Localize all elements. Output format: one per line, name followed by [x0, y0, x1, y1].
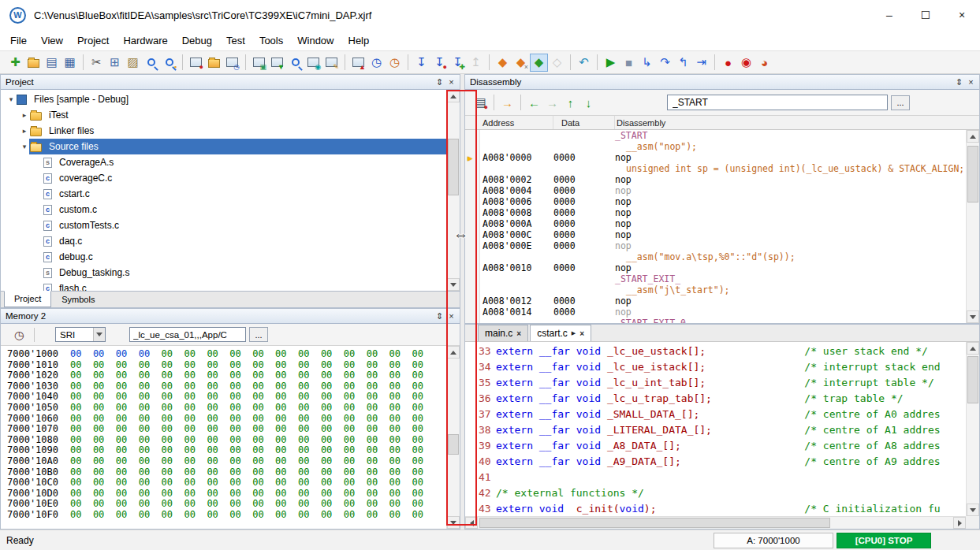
memory-bytes[interactable]: 00 00 00 00 00 00 00 00 00 00 00 00 [162, 348, 423, 359]
stop-icon[interactable]: ■ [620, 54, 638, 72]
disassembly-row[interactable]: A008'00120000nop [465, 295, 966, 307]
menu-project[interactable]: Project [70, 32, 116, 49]
line-number[interactable]: 41 [479, 470, 496, 485]
save-icon[interactable]: ▤ [43, 54, 61, 72]
scroll-thumb[interactable] [967, 356, 978, 403]
paste-icon[interactable]: ▨ [124, 54, 142, 72]
code-line[interactable]: 40extern __far void _A9_DATA_[]; /* cent… [465, 454, 966, 470]
tree-item[interactable]: ▾Source files [1, 139, 446, 154]
code-line[interactable]: 39extern __far void _A8_DATA_[]; /* cent… [465, 438, 966, 454]
copy-icon[interactable]: ⊞ [106, 54, 124, 72]
dropdown-arrow-icon[interactable] [93, 328, 105, 341]
memory-address-input[interactable] [129, 327, 246, 342]
disassembly-scrollbar[interactable] [966, 130, 979, 323]
output-window-icon[interactable]: ● [187, 54, 205, 72]
flash-erase-icon[interactable]: ◆× [512, 54, 530, 72]
tree-item[interactable]: cdaq.c [1, 233, 446, 249]
panel-close-icon[interactable]: × [445, 77, 457, 87]
disassembly-row[interactable]: __asm("nop"); [465, 141, 966, 152]
reset-icon[interactable]: ↶ [575, 54, 593, 72]
line-number[interactable]: 35 [479, 375, 496, 391]
tree-item[interactable]: sDebug_tasking.s [1, 265, 446, 281]
tab-project[interactable]: Project [4, 291, 51, 307]
memory-row[interactable]: 7000'10B000 00 00 00 00 00 00 00 00 00 0… [7, 467, 446, 478]
memory-bytes[interactable]: 00 00 00 00 00 00 00 00 00 00 00 00 00 0… [70, 509, 423, 520]
memory-row[interactable]: 7000'106000 00 00 00 00 00 00 00 00 00 0… [7, 414, 446, 425]
scroll-down-button[interactable] [967, 504, 979, 516]
code-line[interactable]: 38extern __far void _LITERAL_DATA_[]; /*… [465, 422, 966, 438]
breakpoints-window-icon[interactable]: ◉ [737, 54, 755, 72]
sfr-window-icon[interactable]: ✎ [322, 54, 341, 72]
attach-icon[interactable]: ↥ [467, 54, 485, 72]
memory-row[interactable]: 7000'100000 00 00 00 00 00 00 00 00 00 0… [7, 349, 446, 360]
menu-debug[interactable]: Debug [175, 32, 219, 49]
tree-item[interactable]: ccoverageC.c [1, 170, 446, 186]
line-number[interactable]: 40 [479, 454, 496, 470]
memory-row[interactable]: 7000'103000 00 00 00 00 00 00 00 00 00 0… [7, 381, 446, 392]
scroll-down-button[interactable] [447, 278, 460, 291]
save-disassembly-icon[interactable]: ▤● [471, 94, 490, 112]
memory-bytes[interactable]: 00 00 00 00 00 00 00 00 00 00 00 00 00 0… [70, 413, 423, 424]
tree-item[interactable]: ccustomTests.c [1, 217, 446, 233]
memory-bytes[interactable]: 00 00 00 00 00 00 00 00 00 00 00 00 00 0… [70, 498, 423, 509]
panel-float-icon[interactable]: ⇕ [953, 77, 965, 87]
tree-item[interactable]: sCoverageA.s [1, 154, 446, 170]
download-and-debug-icon[interactable]: ↧● [430, 54, 449, 72]
scroll-up-button[interactable] [447, 346, 460, 359]
code-line[interactable]: 33extern __far void _lc_ue_ustack[]; /* … [465, 344, 966, 359]
scroll-up-button[interactable] [967, 130, 979, 143]
tree-item[interactable]: cflash.c [1, 281, 446, 291]
memory-row[interactable]: 7000'104000 00 00 00 00 00 00 00 00 00 0… [7, 392, 446, 403]
code-line[interactable]: 34extern __far void _lc_ue_istack[]; /* … [465, 359, 966, 375]
menu-view[interactable]: View [34, 32, 70, 49]
project-tree-scrollbar[interactable] [446, 90, 460, 291]
flash-verify-icon[interactable]: ◇ [548, 54, 566, 72]
disassembly-address-input[interactable] [667, 95, 888, 110]
tree-item[interactable]: ccstart.c [1, 186, 446, 202]
tree-item[interactable]: ▸Linker files [1, 123, 446, 139]
scroll-up-button[interactable] [967, 342, 979, 355]
memory-row[interactable]: 7000'101000 00 00 00 00 00 00 00 00 00 0… [7, 360, 446, 371]
menu-help[interactable]: Help [341, 32, 377, 49]
line-number[interactable]: 39 [479, 438, 496, 454]
variables-window-icon[interactable]: ▣ [250, 54, 268, 72]
disassembly-browse-button[interactable]: ... [891, 95, 910, 110]
scroll-up-button[interactable] [447, 90, 460, 102]
close-button[interactable]: × [944, 0, 980, 30]
tab-pin-icon[interactable]: ▶ [572, 330, 576, 336]
panel-float-icon[interactable]: ⇕ [434, 311, 445, 321]
disassembly-row[interactable]: __asm("j\t_start"); [465, 284, 966, 295]
menu-tools[interactable]: Tools [252, 32, 290, 49]
code-line[interactable]: 36extern __far void _lc_u_trap_tab[]; /*… [465, 391, 966, 407]
scroll-thumb[interactable] [967, 146, 978, 203]
code-line[interactable]: 37extern __far void _SMALL_DATA_[]; /* c… [465, 407, 966, 422]
toggle-breakpoint-icon[interactable]: ● [719, 54, 737, 72]
memory-row[interactable]: 7000'102000 00 00 00 00 00 00 00 00 00 0… [7, 370, 446, 381]
navigate-back-icon[interactable]: ← [525, 94, 543, 112]
code-area[interactable]: 33extern __far void _lc_ue_ustack[]; /* … [465, 342, 966, 516]
memory-bytes[interactable]: 00 00 00 00 00 00 00 00 00 00 00 00 00 0… [70, 370, 423, 381]
memory-bytes[interactable]: 00 00 00 00 00 00 00 00 00 00 00 00 00 0… [70, 402, 423, 413]
disassembly-row[interactable]: _START [465, 130, 966, 141]
open-workspace-icon[interactable] [24, 54, 43, 72]
memory-bytes[interactable]: 00 00 00 00 00 00 00 00 00 00 00 00 00 0… [70, 444, 423, 455]
line-number[interactable]: 38 [479, 422, 496, 438]
tab-close-icon[interactable]: × [579, 329, 584, 338]
panel-close-icon[interactable]: × [445, 311, 457, 321]
step-over-icon[interactable]: ↷ [656, 54, 674, 72]
disassembly-row[interactable]: A008'00020000nop [465, 174, 966, 185]
disassembly-row[interactable]: _START_EXIT_ [465, 273, 966, 284]
previous-address-icon[interactable]: ↑ [561, 94, 579, 112]
disassembly-row[interactable]: ▶A008'00000000nop [465, 152, 966, 163]
memory-bytes-selected[interactable]: 00 00 00 00 [70, 348, 162, 359]
code-line[interactable]: 42/* external functions */ [465, 485, 966, 501]
find-in-trace-icon[interactable] [286, 54, 304, 72]
next-address-icon[interactable]: ↓ [579, 94, 598, 112]
maximize-button[interactable]: ☐ [907, 0, 944, 30]
run-to-cursor-icon[interactable]: ◕ [755, 54, 773, 72]
menu-file[interactable]: File [3, 32, 34, 49]
scroll-down-button[interactable] [447, 516, 460, 529]
scroll-left-button[interactable] [465, 517, 478, 529]
expand-arrow-icon[interactable]: ▾ [6, 95, 17, 103]
goto-pc-icon[interactable]: → [498, 94, 516, 112]
